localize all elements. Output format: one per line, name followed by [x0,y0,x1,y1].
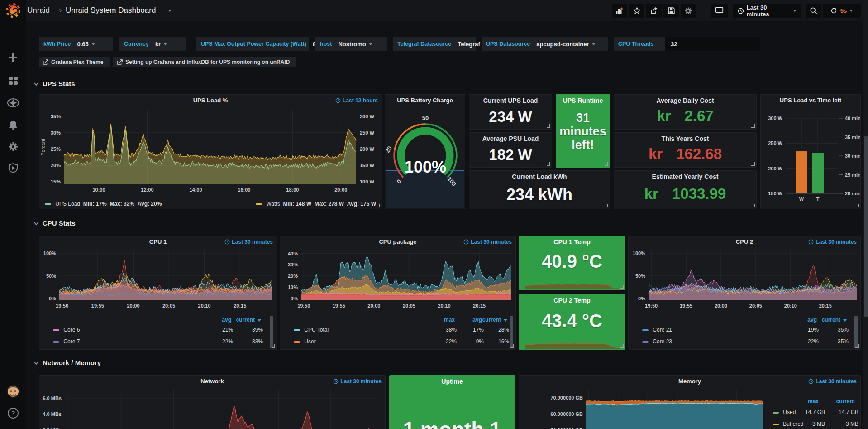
dashboard-link-plex-theme[interactable]: Grafana Plex Theme [39,57,110,67]
variable-value[interactable]: apcupsd-container [536,41,589,48]
sidebar-admin-icon[interactable] [8,163,19,174]
variable-ups-datasource[interactable]: UPS Datasource apcupsd-container [482,37,608,51]
legend-series-name[interactable]: Core 21 [653,327,672,333]
panel-title[interactable]: UPS Runtime [556,97,610,104]
page-scrollbar-thumb[interactable] [864,136,868,317]
legend-series-name[interactable]: UPS Load [55,201,80,207]
svg-text:10%: 10% [288,284,298,290]
row-header-network-memory[interactable]: Network / Memory [33,359,101,366]
variable-cpu-threads-input[interactable]: 32 [665,37,760,51]
panel-title[interactable]: Uptime [390,378,515,385]
variable-kwh-price[interactable]: kWh Price 0.65 [39,37,113,51]
legend-header-max[interactable]: max [444,317,455,323]
user-avatar[interactable] [6,384,20,399]
legend-header-current[interactable]: current [836,398,855,405]
cpu2-chart[interactable]: 19:5019:5520:0020:0520:1020:150%50%100% [629,247,861,315]
svg-text:10:00: 10:00 [92,187,105,193]
legend-header-current[interactable]: current [482,317,507,323]
legend-row[interactable]: Core 21 19% 35% [642,327,860,333]
legend-watts[interactable]: Watts Min: 148 W Max: 278 W Avg: 175 W [256,201,376,207]
legend-series-name[interactable]: Core 6 [63,327,80,333]
legend-series-name[interactable]: Watts [266,201,280,207]
legend-ups-load[interactable]: UPS Load Min: 17% Max: 32% Avg: 20% [45,201,162,207]
share-dashboard-button[interactable] [646,4,662,18]
caret-down-icon [163,43,167,45]
variable-value[interactable]: Nostromo [338,41,366,48]
zoom-out-button[interactable] [806,4,821,18]
legend-scrollbar[interactable] [270,316,273,348]
legend-series-name[interactable]: Core 7 [63,338,80,345]
variable-cpu-threads-label: CPU Threads [614,37,665,51]
clock-icon [808,239,814,245]
panel-title[interactable]: Current Load kWh [469,173,610,180]
panel-title[interactable]: Average PSU Load [469,135,552,142]
save-dashboard-button[interactable] [663,4,679,18]
add-panel-button[interactable] [612,4,627,18]
legend-row[interactable]: Used 14.7 GB 14.7 GB [773,409,860,415]
panel-average-psu-load: Average PSU Load 182 W [469,132,552,168]
legend-header-avg[interactable]: avg [807,317,817,323]
grafana-logo-icon[interactable] [6,3,20,18]
legend-row[interactable]: User 22% 9% 16% [294,338,515,345]
sidebar-create-icon[interactable] [8,52,19,63]
network-chart[interactable]: 19:5019:5520:0020:0520:1020:152.0 MBs4.0… [39,387,386,429]
breadcrumb-folder[interactable]: Unraid [27,6,50,15]
sidebar-dashboards-icon[interactable] [8,75,19,86]
dashboard-link-ups-guide[interactable]: Setting up Grafana and InfluxDB for UPS … [113,57,296,67]
battery-gauge[interactable]: 02050100100% [385,107,465,198]
panel-title[interactable]: CPU 2 Temp [519,297,625,304]
legend-row[interactable]: Core 7 22% 33% [53,338,277,345]
svg-text:Percent: Percent [40,139,46,156]
page-scrollbar[interactable] [863,0,868,429]
legend-series-name[interactable]: CPU Total [304,327,329,333]
ups-load-chart[interactable]: 10:0012:0014:0016:0018:0020:0015%20%25%3… [39,106,382,197]
variable-value[interactable]: Telegraf [458,41,480,48]
legend-scrollbar[interactable] [510,316,513,348]
sidebar-configuration-icon[interactable] [8,141,19,152]
legend-row[interactable]: CPU Total 38% 17% 28% [294,327,515,333]
panel-title[interactable]: UPS Load % [39,97,382,104]
panel-title[interactable]: UPS Battery Charge [385,97,465,104]
time-range-picker[interactable]: Last 30 minutes [733,4,801,18]
row-header-cpu-stats[interactable]: CPU Stats [33,219,76,227]
variable-host[interactable]: host Nostromo [315,37,387,51]
panel-title[interactable]: This Years Cost [614,135,756,142]
cycle-view-mode-button[interactable] [711,4,728,18]
caret-down-icon [592,43,596,45]
panel-title[interactable]: Average Daily Cost [614,97,756,104]
panel-title[interactable]: Current UPS Load [469,97,552,104]
cpu-package-chart[interactable]: 19:5019:5520:0020:0520:1020:150%10%20%30… [280,247,516,315]
star-dashboard-button[interactable] [629,4,644,18]
cpu1-chart[interactable]: 19:5019:5520:0020:0520:1020:150%50%100% [39,247,277,315]
legend-header-max[interactable]: max [808,398,819,405]
variable-value[interactable]: kr [155,41,161,48]
breadcrumb-dashboard-title[interactable]: Unraid System Dashboard [66,6,156,15]
legend-row[interactable]: Buffered 3 MB 3 MB [773,421,860,427]
legend-row[interactable]: Core 23 22% 35% [642,338,860,345]
legend-scrollbar[interactable] [854,316,858,348]
legend-series-name[interactable]: Core 23 [653,338,672,345]
stat-value: kr2.67 [614,107,756,125]
panel-title[interactable]: CPU 1 Temp [519,238,625,246]
legend-header-avg[interactable]: avg [472,317,482,323]
legend-series-name[interactable]: User [304,338,315,345]
legend-header-current[interactable]: current [822,317,847,323]
variable-ups-max-output[interactable]: UPS Max Output Power Capacity (Watt) 865 [196,37,309,51]
refresh-button[interactable]: 5s [823,4,861,18]
variable-value[interactable]: 0.65 [77,41,88,48]
dashboard-settings-button[interactable] [681,4,696,18]
legend-header-current[interactable]: current [236,317,261,323]
variable-currency[interactable]: Currency kr [119,37,186,51]
legend-row[interactable]: Core 6 21% 39% [53,327,277,333]
clock-icon [333,379,339,384]
legend-header-avg[interactable]: avg [222,317,231,323]
panel-title[interactable]: Estimated Yearly Cost [614,173,756,180]
help-icon[interactable]: ? [7,407,19,419]
sidebar-explore-icon[interactable] [7,97,19,108]
sidebar-alerting-icon[interactable] [8,120,19,130]
ups-bar-chart[interactable]: 150 W200 W250 W300 W20 min25 min30 min35… [761,95,861,209]
dashboard-caret-icon[interactable] [168,10,172,12]
variable-telegraf-datasource[interactable]: Telegraf Datasource Telegraf [393,37,476,51]
external-link-icon [117,59,123,65]
row-header-ups-stats[interactable]: UPS Stats [33,80,75,87]
